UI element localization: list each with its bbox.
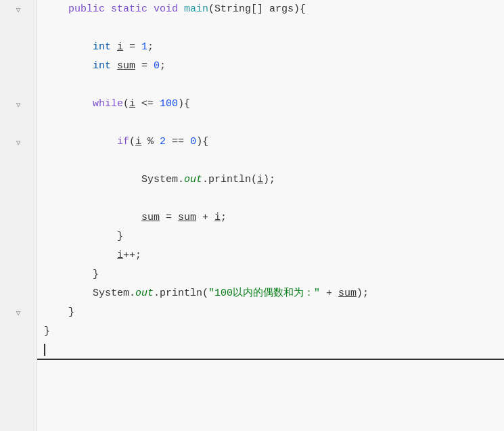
code-token: out: [135, 284, 154, 303]
gutter-item: [0, 227, 37, 246]
code-token: =: [123, 38, 141, 57]
code-token: public: [44, 0, 111, 19]
code-token: [44, 133, 117, 152]
code-line: [37, 341, 504, 360]
code-token: if: [117, 133, 129, 152]
gutter-item: ▽: [0, 303, 37, 322]
code-token: }: [44, 227, 123, 246]
code-token: );: [263, 171, 275, 189]
gutter-item: [0, 208, 37, 227]
code-line: [37, 152, 504, 171]
text-cursor: [44, 344, 45, 356]
code-line: }: [37, 322, 504, 341]
gutter-item: [0, 76, 37, 95]
code-line: }: [37, 303, 504, 322]
code-token: [111, 38, 117, 57]
code-token: %: [141, 133, 160, 152]
code-token: i: [117, 38, 123, 57]
fold-icon[interactable]: ▽: [16, 138, 21, 147]
code-line: while(i <= 100){: [37, 95, 504, 114]
code-token: ;: [221, 208, 227, 227]
code-token: sum: [338, 284, 357, 303]
code-token: out: [184, 171, 202, 189]
gutter-item: [0, 19, 37, 38]
fold-icon[interactable]: ▽: [16, 5, 21, 14]
code-token: 0: [190, 133, 196, 152]
code-line: }: [37, 227, 504, 246]
code-token: ){: [178, 95, 190, 114]
code-token: "100以内的偶数和为：": [208, 284, 320, 303]
fold-icon[interactable]: ▽: [16, 309, 21, 317]
gutter-item: [0, 341, 37, 360]
code-token: void: [154, 0, 184, 19]
gutter-item: [0, 114, 37, 133]
gutter-item: [0, 189, 37, 208]
gutter-item: [0, 322, 37, 341]
code-line: int sum = 0;: [37, 57, 504, 76]
gutter-item: ▽: [0, 0, 37, 19]
code-token: [44, 246, 117, 265]
gutter-item: [0, 57, 37, 76]
code-line: if(i % 2 == 0){: [37, 133, 504, 152]
code-token: }: [44, 303, 74, 322]
code-token: 2: [160, 133, 166, 152]
code-token: while: [93, 95, 123, 114]
code-token: [44, 208, 141, 227]
code-token: (String[] args){: [208, 0, 306, 19]
gutter-item: ▽: [0, 133, 37, 152]
code-token: );: [357, 284, 369, 303]
code-line: [37, 189, 504, 208]
gutter-item: [0, 265, 37, 284]
code-token: [111, 57, 117, 76]
code-line: i++;: [37, 246, 504, 265]
code-token: }: [44, 322, 50, 341]
code-token: sum: [117, 57, 135, 76]
code-token: =: [135, 57, 154, 76]
code-token: 1: [141, 38, 147, 57]
gutter-item: ▽: [0, 95, 37, 114]
code-token: ++;: [123, 246, 141, 265]
code-token: ;: [160, 57, 166, 76]
code-line: System.out.println("100以内的偶数和为：" + sum);: [37, 284, 504, 303]
code-line: System.out.println(i);: [37, 171, 504, 189]
code-token: sum: [178, 208, 196, 227]
code-token: ){: [196, 133, 208, 152]
code-token: main: [184, 0, 208, 19]
code-line: int i = 1;: [37, 38, 504, 57]
code-line: [37, 76, 504, 95]
code-token: i: [257, 171, 263, 189]
gutter-item: [0, 38, 37, 57]
code-token: .println(: [154, 284, 208, 303]
code-token: 0: [154, 57, 160, 76]
code-line: public static void main(String[] args){: [37, 0, 504, 19]
editor-container: ▽▽▽▽ public static void main(String[] ar…: [0, 0, 504, 431]
gutter-item: [0, 284, 37, 303]
code-token: <=: [135, 95, 160, 114]
code-token: (: [123, 95, 129, 114]
code-token: }: [44, 265, 99, 284]
code-token: System.: [44, 284, 135, 303]
code-token: ;: [147, 38, 154, 57]
code-token: +: [196, 208, 214, 227]
gutter: ▽▽▽▽: [0, 0, 37, 431]
fold-icon[interactable]: ▽: [16, 100, 21, 109]
code-token: i: [135, 133, 141, 152]
code-token: static: [111, 0, 154, 19]
code-token: [44, 38, 93, 57]
code-token: .println(: [202, 171, 257, 189]
code-token: sum: [141, 208, 160, 227]
code-token: System.: [44, 171, 184, 189]
code-line: }: [37, 265, 504, 284]
code-line: sum = sum + i;: [37, 208, 504, 227]
code-token: =: [160, 208, 178, 227]
code-token: int: [93, 57, 111, 76]
gutter-item: [0, 152, 37, 171]
code-token: i: [117, 246, 123, 265]
code-token: i: [129, 95, 135, 114]
code-token: +: [320, 284, 338, 303]
code-token: ==: [166, 133, 190, 152]
code-token: (: [129, 133, 135, 152]
code-area[interactable]: public static void main(String[] args){ …: [37, 0, 504, 431]
code-token: i: [214, 208, 221, 227]
code-token: int: [93, 38, 111, 57]
